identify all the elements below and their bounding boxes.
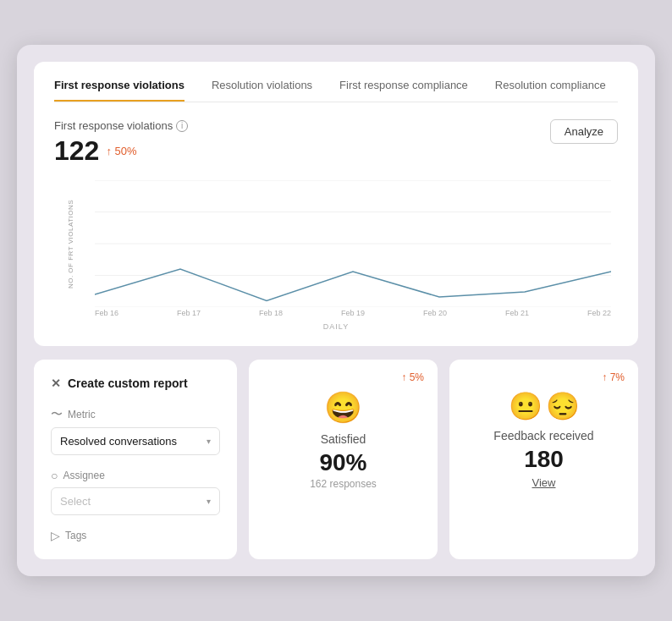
assignee-label: Assignee [63,470,104,481]
metric-change-badge: ↑ 50% [106,145,136,157]
satisfied-card: ↑ 5% 😄 Satisfied 90% 162 responses [249,360,438,559]
feedback-view-link[interactable]: View [532,476,556,489]
tags-label-text: Tags [65,530,86,541]
x-label-feb16: Feb 16 [95,309,118,317]
assignee-dropdown-arrow: ▾ [207,497,211,506]
tags-icon: ▷ [51,529,60,542]
metric-dropdown-arrow: ▾ [207,437,211,446]
analyze-button[interactable]: Analyze [550,119,618,144]
tab-resolution-violations[interactable]: Resolution violations [212,79,312,102]
main-container: First response violations Resolution vio… [17,45,655,576]
tab-first-response-compliance[interactable]: First response compliance [339,79,468,102]
feedback-emoji-neutral: 😐 [509,390,543,422]
assignee-placeholder: Select [60,495,91,508]
assignee-icon: ○ [51,469,58,482]
feedback-emoji-sad: 😔 [546,390,580,422]
tab-bar: First response violations Resolution vio… [54,79,618,102]
feedback-card: ↑ 7% 😐 😔 Feedback received 180 View [449,360,638,559]
satisfied-value: 90% [319,449,366,476]
satisfied-emoji: 😄 [324,390,362,426]
feedback-title: Feedback received [493,429,593,442]
x-label-feb19: Feb 19 [341,309,365,317]
x-label-feb20: Feb 20 [423,309,447,317]
violations-card: First response violations Resolution vio… [34,62,638,346]
metric-select-value: Resolved conversations [60,435,177,448]
metric-select[interactable]: Resolved conversations ▾ [51,427,220,455]
tags-section: ▷ Tags [51,529,220,542]
chart-area: 100 75 50 25 0 [95,180,611,307]
metric-label: Metric [68,409,96,420]
x-label-feb21: Feb 21 [505,309,529,317]
metric-value-number: 122 [54,135,99,167]
bottom-section: ✕ Create custom report 〜 Metric Resolved… [34,360,638,559]
feedback-change: ↑ 7% [602,371,625,383]
metric-title-text: First response violations [54,119,173,132]
tab-resolution-compliance[interactable]: Resolution compliance [495,79,606,102]
x-axis-labels: Feb 16 Feb 17 Feb 18 Feb 19 Feb 20 Feb 2… [95,309,611,317]
custom-report-card: ✕ Create custom report 〜 Metric Resolved… [34,360,237,559]
info-icon[interactable]: i [176,120,188,132]
satisfied-change: ↑ 5% [401,371,424,383]
metric-section: 〜 Metric Resolved conversations ▾ [51,407,220,455]
y-axis-label: NO. OF FRT VIOLATIONS [54,180,88,307]
feedback-value: 180 [524,446,564,473]
assignee-select[interactable]: Select ▾ [51,487,220,515]
x-axis-title: DAILY [323,322,349,331]
violations-chart: NO. OF FRT VIOLATIONS 100 75 50 25 0 [54,180,618,332]
close-icon[interactable]: ✕ [51,376,61,390]
stats-cards: ↑ 5% 😄 Satisfied 90% 162 responses ↑ 7% … [249,360,638,559]
metric-icon: 〜 [51,407,63,422]
x-label-feb18: Feb 18 [259,309,283,317]
x-label-feb22: Feb 22 [587,309,611,317]
x-label-feb17: Feb 17 [177,309,201,317]
satisfied-subtitle: 162 responses [310,478,377,490]
tab-first-response-violations[interactable]: First response violations [54,79,185,102]
satisfied-title: Satisfied [321,432,366,446]
custom-report-title: Create custom report [68,376,188,390]
assignee-section: ○ Assignee Select ▾ [51,469,220,515]
